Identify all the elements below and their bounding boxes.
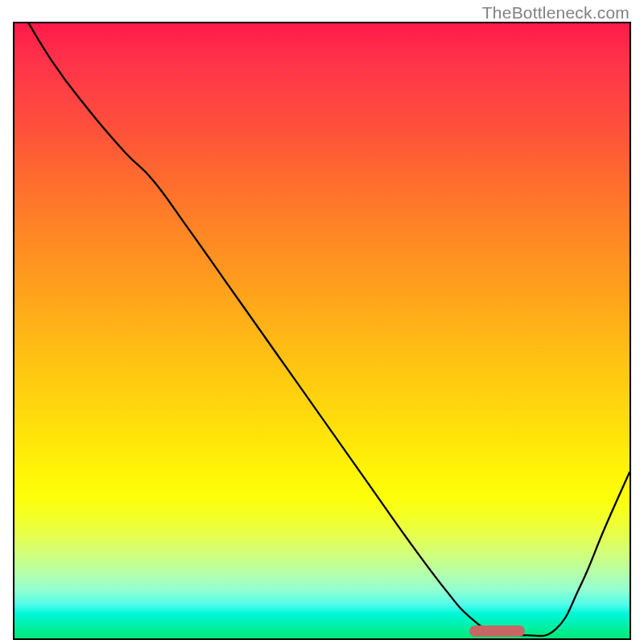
chart-curve (14, 23, 630, 638)
flat-segment-marker (469, 625, 525, 637)
watermark-text: TheBottleneck.com (482, 3, 630, 23)
chart-frame (13, 22, 631, 640)
